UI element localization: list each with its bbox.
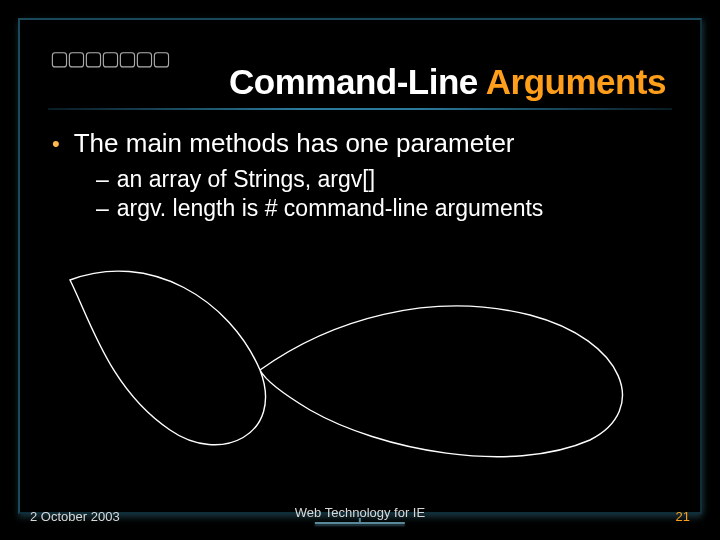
dash-icon: – bbox=[96, 195, 109, 222]
bullet-text: The main methods has one parameter bbox=[74, 128, 515, 159]
footer-tick-icon bbox=[315, 522, 405, 524]
sub-item: – argv. length is # command-line argumen… bbox=[96, 195, 676, 222]
dash-icon: – bbox=[96, 166, 109, 193]
corner-decor: ▢▢▢▢▢▢▢ bbox=[50, 46, 169, 70]
slide-frame: ▢▢▢▢▢▢▢ Command-Line Arguments • The mai… bbox=[18, 18, 702, 514]
footer: 2 October 2003 Web Technology for IE 21 bbox=[0, 509, 720, 524]
bullet-item: • The main methods has one parameter bbox=[52, 128, 676, 160]
sub-text: an array of Strings, argv[] bbox=[117, 166, 375, 193]
sub-text: argv. length is # command-line arguments bbox=[117, 195, 544, 222]
page-number: 21 bbox=[676, 509, 690, 524]
content-area: • The main methods has one parameter – a… bbox=[44, 128, 676, 222]
sub-list: – an array of Strings, argv[] – argv. le… bbox=[52, 166, 676, 222]
title-plain: Command-Line bbox=[229, 62, 486, 101]
footer-center: Web Technology for IE bbox=[295, 505, 425, 524]
bullet-dot-icon: • bbox=[52, 128, 60, 160]
footer-date: 2 October 2003 bbox=[30, 509, 120, 524]
title-underline bbox=[48, 108, 672, 110]
sub-item: – an array of Strings, argv[] bbox=[96, 166, 676, 193]
title-accent: Arguments bbox=[486, 62, 666, 101]
